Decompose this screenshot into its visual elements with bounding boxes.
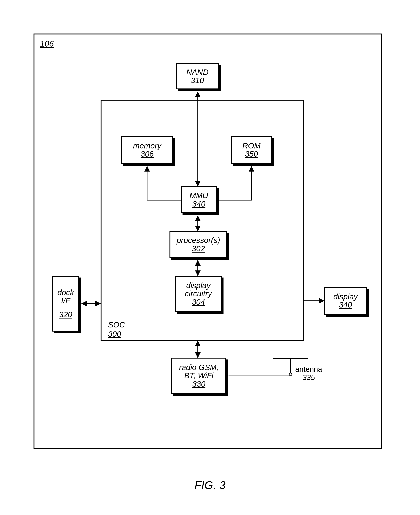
rom-ref: 350 — [245, 150, 258, 158]
memory-ref: 306 — [141, 150, 154, 158]
display-circuitry-ref: 304 — [192, 298, 205, 306]
container-ref: 106 — [40, 39, 54, 48]
memory-label: memory — [133, 142, 161, 150]
nand-label: NAND — [186, 68, 208, 76]
display-block: display 340 — [324, 287, 367, 315]
radio-label1: radio GSM, — [179, 363, 218, 372]
mmu-block: MMU 340 — [181, 186, 217, 213]
diagram-stage: 106 SOC 300 NAND 310 memory 306 ROM 350 … — [0, 0, 420, 515]
radio-block: radio GSM, BT, WiFi 330 — [171, 358, 226, 394]
antenna-ref: 335 — [295, 373, 322, 381]
soc-label: SOC — [108, 320, 125, 329]
processor-block: processor(s) 302 — [170, 231, 227, 258]
dock-ref: 320 — [59, 311, 72, 319]
display-ref: 340 — [339, 301, 352, 309]
processor-ref: 302 — [192, 245, 205, 253]
figure-caption: FIG. 3 — [0, 479, 420, 492]
soc-ref: 300 — [108, 330, 121, 339]
rom-block: ROM 350 — [231, 136, 272, 164]
mmu-ref: 340 — [192, 200, 205, 208]
memory-block: memory 306 — [121, 136, 173, 164]
nand-ref: 310 — [191, 76, 204, 85]
display-circuitry-label1: display — [186, 281, 211, 290]
antenna-label: antenna 335 — [295, 365, 322, 381]
dock-label1: dock — [57, 289, 74, 297]
dock-label2: I/F — [61, 297, 70, 305]
mmu-label: MMU — [189, 192, 208, 200]
radio-ref: 330 — [192, 380, 205, 388]
antenna-text: antenna — [295, 365, 322, 373]
radio-label2: BT, WiFi — [184, 372, 213, 380]
dock-block: dock I/F 320 — [52, 276, 79, 332]
display-label: display — [333, 293, 358, 301]
display-circuitry-block: display circuitry 304 — [175, 276, 222, 312]
display-circuitry-label2: circuitry — [185, 290, 212, 298]
nand-block: NAND 310 — [176, 63, 219, 90]
rom-label: ROM — [242, 142, 261, 150]
processor-label: processor(s) — [177, 236, 220, 244]
